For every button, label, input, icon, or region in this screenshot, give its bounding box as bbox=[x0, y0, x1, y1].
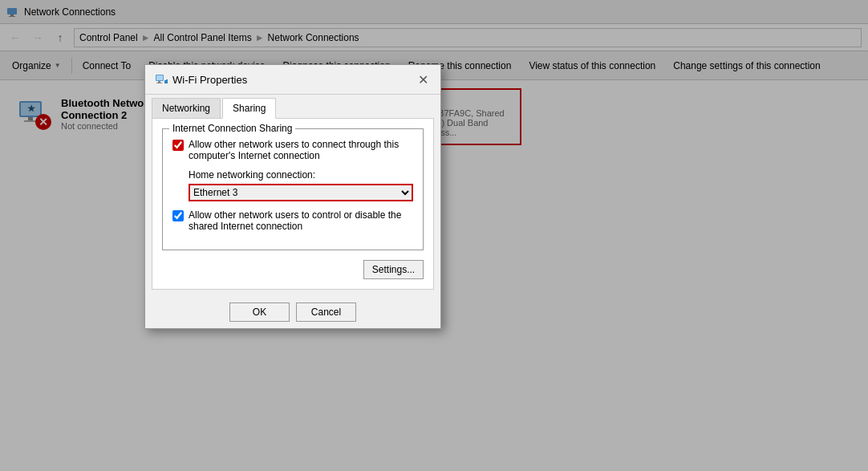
checkbox1-row: Allow other network users to connect thr… bbox=[172, 139, 413, 161]
settings-button[interactable]: Settings... bbox=[363, 260, 424, 279]
modal-overlay: Wi-Fi Properties ✕ Networking Sharing In… bbox=[0, 0, 868, 471]
svg-rect-26 bbox=[156, 83, 162, 83]
wifi-title-icon bbox=[155, 73, 168, 86]
ok-button[interactable]: OK bbox=[229, 302, 290, 322]
dialog-titlebar: Wi-Fi Properties ✕ bbox=[145, 65, 440, 95]
dialog-tabs: Networking Sharing bbox=[145, 95, 440, 118]
section-label: Internet Connection Sharing bbox=[169, 123, 295, 134]
dialog-close-button[interactable]: ✕ bbox=[415, 71, 431, 87]
allow-control-checkbox[interactable] bbox=[172, 210, 184, 221]
ics-section: Internet Connection Sharing Allow other … bbox=[162, 128, 424, 250]
dialog-footer: OK Cancel bbox=[145, 296, 440, 328]
checkbox1-label: Allow other network users to connect thr… bbox=[189, 139, 413, 161]
home-network-sub: Home networking connection: Ethernet 3 bbox=[189, 169, 413, 201]
dialog-title: Wi-Fi Properties bbox=[172, 74, 247, 86]
checkbox2-row: Allow other network users to control or … bbox=[172, 209, 413, 232]
allow-connect-checkbox[interactable] bbox=[172, 140, 184, 151]
wifi-properties-dialog: Wi-Fi Properties ✕ Networking Sharing In… bbox=[144, 64, 441, 329]
cancel-button[interactable]: Cancel bbox=[296, 302, 356, 322]
svg-rect-28 bbox=[166, 79, 168, 83]
settings-row: Settings... bbox=[162, 260, 424, 279]
tab-networking[interactable]: Networking bbox=[152, 98, 221, 118]
svg-rect-27 bbox=[164, 80, 166, 83]
svg-rect-24 bbox=[156, 75, 163, 80]
svg-rect-25 bbox=[158, 81, 160, 83]
tab-sharing[interactable]: Sharing bbox=[222, 98, 276, 119]
dialog-content: Internet Connection Sharing Allow other … bbox=[152, 118, 434, 290]
home-network-label: Home networking connection: bbox=[189, 169, 413, 181]
checkbox2-label: Allow other network users to control or … bbox=[189, 209, 413, 232]
home-network-dropdown[interactable]: Ethernet 3 bbox=[189, 184, 413, 201]
